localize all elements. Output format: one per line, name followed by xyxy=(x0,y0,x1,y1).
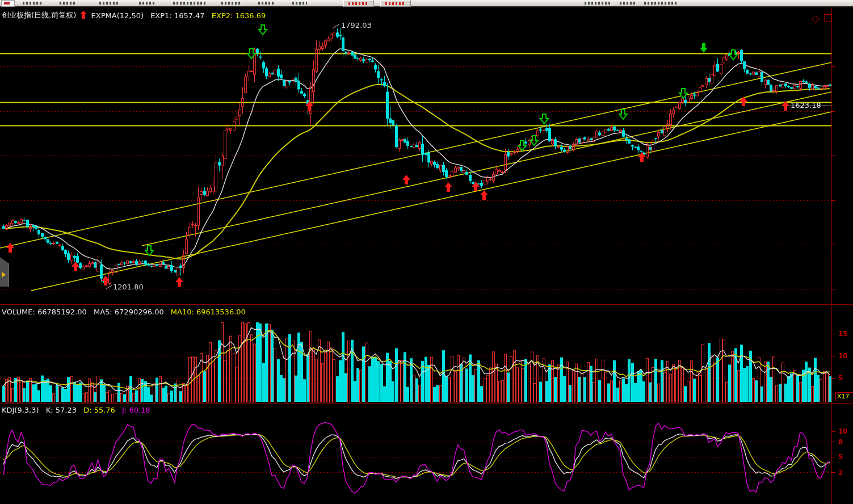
exp1-value: EXP1: 1657.47 xyxy=(150,11,205,20)
kdj-j-value: J: 60.18 xyxy=(122,406,150,414)
expand-arrow-icon xyxy=(2,272,6,278)
toolbar-menu-item[interactable] xyxy=(292,2,307,5)
chart-canvas[interactable] xyxy=(0,0,853,504)
chart-title: 创业板指(日线.前复权) xyxy=(2,11,76,19)
pane-controls xyxy=(813,14,847,23)
toolbar-button[interactable] xyxy=(343,0,374,7)
exp2-value: EXP2: 1636.69 xyxy=(212,11,266,20)
kdj-d-value: D: 55.76 xyxy=(83,406,115,414)
toolbar-menu-item[interactable] xyxy=(644,2,678,5)
toolbar xyxy=(0,0,853,7)
low-price-label: 1201.80 xyxy=(113,283,144,291)
kdj-k-value: K: 57.23 xyxy=(46,406,77,414)
kdj-name[interactable]: KDJ(9,3,3) xyxy=(2,406,39,414)
volume-header: VOLUME: 66785192.00 MA5: 67290296.00 MA1… xyxy=(2,307,246,316)
kdj-axis-tick: 8 xyxy=(838,438,843,446)
volume-ma10-value: MA10: 69613536.00 xyxy=(171,308,246,316)
volume-ma5-value: MA5: 67290296.00 xyxy=(94,308,164,316)
high-price-label: 1792.03 xyxy=(341,21,372,30)
volume-scale-label: X17 xyxy=(835,392,853,401)
diamond-icon[interactable] xyxy=(812,15,820,23)
up-arrow-icon xyxy=(80,11,87,20)
toolbar-menu-item[interactable] xyxy=(585,2,612,5)
kdj-axis-tick: 5 xyxy=(838,453,843,461)
toolbar-menu-item[interactable] xyxy=(139,2,156,5)
toolbar-menu-item[interactable] xyxy=(23,2,42,5)
toolbar-menu-item[interactable] xyxy=(258,2,274,5)
kdj-axis-tick: 10 xyxy=(838,427,848,435)
volume-axis-tick: 5 xyxy=(838,374,843,382)
app-icon[interactable] xyxy=(1,0,15,7)
toolbar-menu-item[interactable] xyxy=(173,2,207,5)
toolbar-menu-item[interactable] xyxy=(99,2,120,5)
toolbar-menu-item[interactable] xyxy=(60,2,77,5)
main-chart-header: 创业板指(日线.前复权) EXPMA(12,50) EXP1: 1657.47 … xyxy=(2,10,266,20)
last-price-label: 1623.18 - xyxy=(791,101,826,110)
volume-value: VOLUME: 66785192.00 xyxy=(2,308,87,316)
kdj-header: KDJ(9,3,3) K: 57.23 D: 55.76 J: 60.18 xyxy=(2,405,150,414)
toolbar-menu-item[interactable] xyxy=(221,2,241,5)
toolbar-button[interactable] xyxy=(380,0,411,7)
kdj-axis-tick: 2 xyxy=(838,469,843,477)
toolbar-menu-item[interactable] xyxy=(620,2,637,5)
indicator-label[interactable]: EXPMA(12,50) xyxy=(91,11,144,20)
window-icon[interactable] xyxy=(824,14,831,22)
volume-axis-tick: 15 xyxy=(838,330,848,338)
volume-axis-tick: 10 xyxy=(838,352,848,360)
